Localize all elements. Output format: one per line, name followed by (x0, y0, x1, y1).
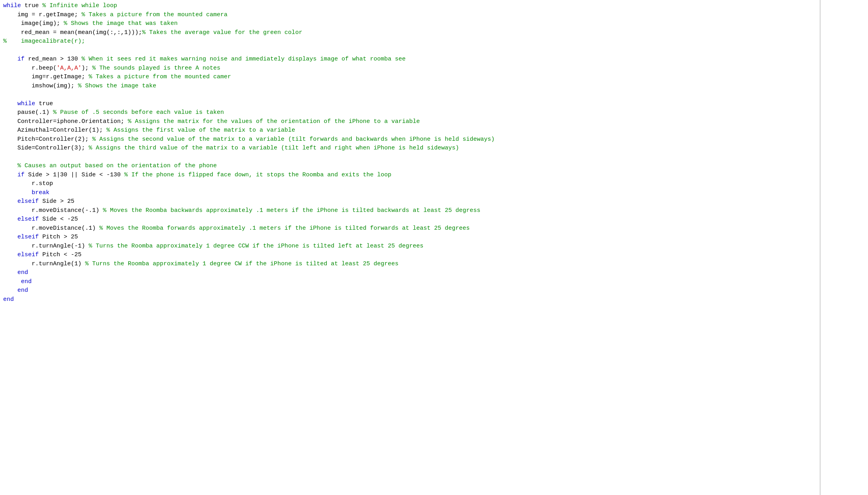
normal-token: Pitch=Controller(2); (3, 136, 92, 143)
comment-token: % Assigns the second value of the matrix… (92, 136, 495, 143)
normal-token: img=r.getImage; (3, 74, 89, 80)
kw-token: elseif (3, 234, 39, 240)
comment-token: % Pause of .5 seconds before each value … (53, 109, 224, 116)
comment-token: % Takes a picture from the mounted camer (89, 74, 231, 80)
normal-token: Side > 25 (39, 198, 74, 205)
kw-token: end (3, 287, 28, 294)
code-line: elseif Side > 25 (0, 197, 820, 206)
code-line (0, 153, 820, 162)
code-line: img=r.getImage; % Takes a picture from t… (0, 73, 820, 82)
normal-token: r.beep( (3, 65, 57, 72)
normal-token: pause(.1) (3, 109, 53, 116)
normal-token: red_mean > 130 (25, 56, 81, 62)
code-line: while true (0, 100, 820, 109)
code-line: end (0, 295, 820, 304)
normal-token: r.moveDistance(-.1) (3, 207, 103, 214)
code-line: Side=Controller(3); % Assigns the third … (0, 144, 820, 153)
normal-token: Side=Controller(3); (3, 145, 89, 151)
kw-token: if (3, 56, 25, 62)
comment-token: % If the phone is flipped face down, it … (124, 172, 391, 178)
kw-token: end (3, 278, 32, 285)
normal-token: Pitch < -25 (39, 251, 81, 258)
string-token: 'A,A,A' (57, 65, 81, 72)
code-line: r.turnAngle(1) % Turns the Roomba approx… (0, 260, 820, 269)
code-line: r.moveDistance(-.1) % Moves the Roomba b… (0, 206, 820, 215)
code-area[interactable]: while true % Infinite while loop img = r… (0, 0, 821, 495)
normal-token: true (21, 2, 42, 9)
code-line (0, 91, 820, 100)
normal-token: Pitch > 25 (39, 234, 78, 240)
comment-token: % Turns the Roomba approximately 1 degre… (85, 261, 398, 267)
code-line: elseif Pitch < -25 (0, 251, 820, 260)
comment-token: % The sounds played is three A notes (92, 65, 220, 72)
normal-token: img = r.getImage; (3, 11, 81, 18)
comment-token: % When it sees red it makes warning nois… (81, 56, 406, 62)
code-line: Azimuthal=Controller(1); % Assigns the f… (0, 126, 820, 135)
code-line: img = r.getImage; % Takes a picture from… (0, 11, 820, 20)
comment-token: % Assigns the matrix for the values of t… (128, 118, 420, 125)
code-line: image(img); % Shows the image that was t… (0, 19, 820, 28)
comment-token: % Moves the Roomba backwards approximate… (103, 207, 480, 214)
editor-container: while true % Infinite while loop img = r… (0, 0, 868, 495)
code-line: Pitch=Controller(2); % Assigns the secon… (0, 135, 820, 144)
code-line: r.turnAngle(-1) % Turns the Roomba appro… (0, 242, 820, 251)
kw-token: while (3, 100, 35, 107)
comment-token: % Causes an output based on the orientat… (3, 162, 217, 169)
kw-token: end (3, 269, 28, 276)
code-line: break (0, 189, 820, 198)
code-line: if Side > 1|30 || Side < -130 % If the p… (0, 171, 820, 180)
kw-token: end (3, 296, 14, 303)
code-line: Controller=iphone.Orientation; % Assigns… (0, 117, 820, 127)
normal-token: Side < -25 (39, 216, 78, 223)
code-line: end (0, 278, 820, 287)
kw-token: elseif (3, 216, 39, 223)
normal-token: Side > 1|30 || Side < -130 (25, 172, 124, 178)
code-line: r.stop (0, 179, 820, 189)
code-line: red_mean = mean(mean(img(:,:,1)));% Take… (0, 28, 820, 38)
normal-token: true (35, 100, 53, 107)
normal-token: Azimuthal=Controller(1); (3, 127, 106, 134)
normal-token: image(img); (3, 20, 64, 27)
right-panel (821, 0, 868, 495)
comment-token: % Turns the Roomba approximately 1 degre… (89, 243, 423, 249)
comment-token: % Shows the image take (78, 83, 156, 89)
code-line (0, 46, 820, 55)
code-line: elseif Side < -25 (0, 215, 820, 224)
code-line: elseif Pitch > 25 (0, 233, 820, 242)
kw-token: break (3, 189, 49, 196)
code-line: r.beep('A,A,A'); % The sounds played is … (0, 64, 820, 73)
kw-token: if (3, 172, 25, 178)
normal-token: r.stop (3, 180, 53, 187)
comment-token: % imagecalibrate(r); (3, 38, 85, 45)
code-line: end (0, 268, 820, 278)
code-line: while true % Infinite while loop (0, 2, 820, 11)
comment-token: % Assigns the first value of the matrix … (106, 127, 295, 134)
kw-token: while (3, 2, 21, 9)
normal-token: ); (81, 65, 92, 72)
code-line: % imagecalibrate(r); (0, 37, 820, 46)
comment-token: % Takes the average value for the green … (142, 29, 302, 36)
code-line: imshow(img); % Shows the image take (0, 82, 820, 91)
kw-token: elseif (3, 251, 39, 258)
normal-token: Controller=iphone.Orientation; (3, 118, 128, 125)
comment-token: % Shows the image that was taken (64, 20, 178, 27)
comment-token: % Infinite while loop (42, 2, 117, 9)
code-line: end (0, 286, 820, 295)
normal-token: red_mean = mean(mean(img(:,:,1))); (3, 29, 142, 36)
code-line: if red_mean > 130 % When it sees red it … (0, 55, 820, 64)
comment-token: % Moves the Roomba forwards approximatel… (99, 225, 470, 232)
comment-token: % Assigns the third value of the matrix … (89, 145, 459, 151)
code-line: % Causes an output based on the orientat… (0, 162, 820, 171)
normal-token: r.moveDistance(.1) (3, 225, 99, 232)
normal-token: r.turnAngle(-1) (3, 243, 89, 249)
code-line: r.moveDistance(.1) % Moves the Roomba fo… (0, 224, 820, 233)
comment-token: % Takes a picture from the mounted camer… (81, 11, 227, 18)
normal-token: r.turnAngle(1) (3, 261, 85, 267)
code-line: pause(.1) % Pause of .5 seconds before e… (0, 108, 820, 117)
normal-token: imshow(img); (3, 83, 78, 89)
kw-token: elseif (3, 198, 39, 205)
